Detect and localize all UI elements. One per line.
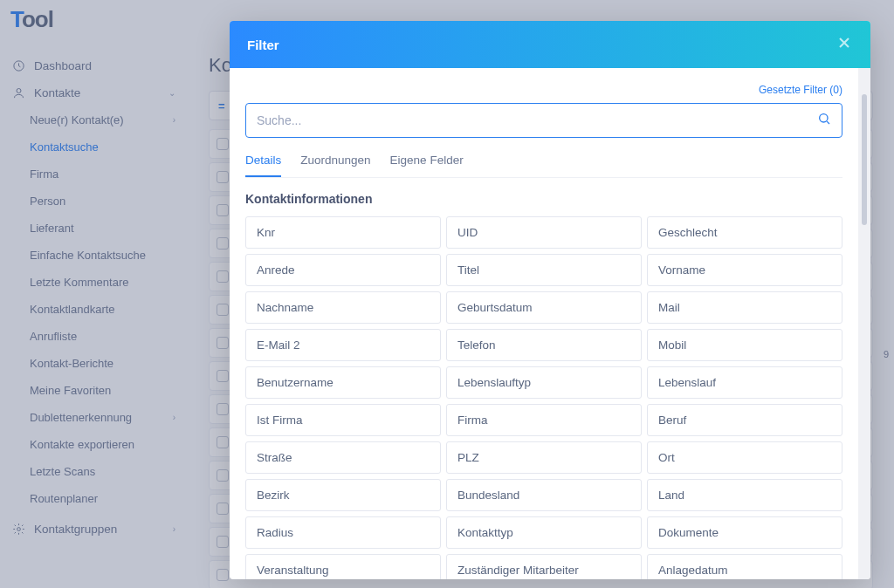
field-geschlecht[interactable]: Geschlecht [647, 216, 842, 249]
field-strasse[interactable]: Straße [245, 441, 441, 474]
field-veranstaltung[interactable]: Veranstaltung [245, 554, 441, 579]
field-land[interactable]: Land [647, 479, 842, 511]
field-beruf[interactable]: Beruf [647, 404, 842, 436]
field-benutzername[interactable]: Benutzername [245, 366, 441, 399]
field-mail[interactable]: Mail [647, 291, 842, 324]
field-geburtsdatum[interactable]: Geburtsdatum [446, 291, 642, 324]
field-firma[interactable]: Firma [446, 404, 642, 436]
field-dokumente[interactable]: Dokumente [647, 516, 842, 549]
field-anlagedatum[interactable]: Anlagedatum [647, 554, 842, 579]
field-mitarbeiter[interactable]: Zuständiger Mitarbeiter [446, 554, 642, 579]
set-filters-link[interactable]: Gesetzte Filter (0) [245, 84, 842, 96]
tab-eigene-felder[interactable]: Eigene Felder [390, 148, 464, 177]
section-title: Kontaktinformationen [245, 192, 842, 206]
svg-point-3 [820, 114, 828, 122]
field-radius[interactable]: Radius [245, 516, 441, 549]
field-kontakttyp[interactable]: Kontakttyp [446, 516, 642, 549]
field-bundesland[interactable]: Bundesland [446, 479, 642, 511]
search-icon[interactable] [817, 112, 831, 129]
field-lebenslauftyp[interactable]: Lebenslauftyp [446, 366, 642, 399]
field-bezirk[interactable]: Bezirk [245, 479, 441, 511]
field-titel[interactable]: Titel [446, 254, 642, 286]
filter-search-wrap [245, 103, 842, 138]
filter-fields-grid: Knr UID Geschlecht Anrede Titel Vorname … [245, 216, 842, 579]
field-lebenslauf[interactable]: Lebenslauf [647, 366, 842, 399]
modal-header: Filter [230, 21, 870, 68]
close-icon [836, 34, 853, 51]
field-uid[interactable]: UID [446, 216, 642, 249]
field-knr[interactable]: Knr [245, 216, 441, 249]
field-nachname[interactable]: Nachname [245, 291, 441, 324]
tab-details[interactable]: Details [245, 148, 281, 177]
modal-scrollbar[interactable] [858, 68, 870, 579]
field-vorname[interactable]: Vorname [647, 254, 842, 286]
filter-search-input[interactable] [257, 113, 817, 127]
modal-body: Gesetzte Filter (0) Details Zuordnungen … [230, 68, 858, 579]
field-mobil[interactable]: Mobil [647, 329, 842, 361]
modal-title: Filter [247, 38, 279, 52]
tab-zuordnungen[interactable]: Zuordnungen [300, 148, 370, 177]
modal-close-button[interactable] [836, 34, 853, 55]
filter-tabs: Details Zuordnungen Eigene Felder [245, 148, 842, 178]
field-plz[interactable]: PLZ [446, 441, 642, 474]
field-ort[interactable]: Ort [647, 441, 842, 474]
field-telefon[interactable]: Telefon [446, 329, 642, 361]
field-anrede[interactable]: Anrede [245, 254, 441, 286]
field-email2[interactable]: E-Mail 2 [245, 329, 441, 361]
field-istfirma[interactable]: Ist Firma [245, 404, 441, 436]
filter-modal: Filter Gesetzte Filter (0) Details Zuord… [230, 21, 870, 579]
